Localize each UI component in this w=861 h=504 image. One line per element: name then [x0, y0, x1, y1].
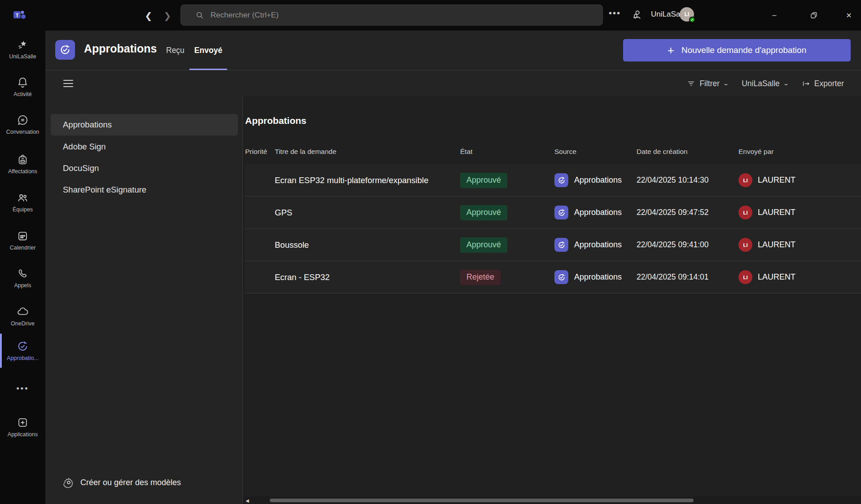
rail-label: Affectations	[0, 168, 45, 175]
rail-item-activity[interactable]: Activité	[0, 76, 45, 102]
filter-button[interactable]: Filtrer ⌄	[687, 79, 728, 88]
cell-sender: LI LAURENT	[738, 173, 861, 187]
rail-item-calls[interactable]: Appels	[0, 267, 45, 294]
cell-source: Approbations	[554, 238, 637, 252]
search-input[interactable]: Rechercher (Ctrl+E)	[180, 4, 603, 26]
status-badge: Approuvé	[460, 237, 507, 253]
status-badge: Rejetée	[460, 270, 501, 285]
person-bell-icon[interactable]	[631, 9, 643, 21]
col-titre[interactable]: Titre de la demande	[275, 148, 460, 156]
search-icon	[195, 11, 204, 20]
rail-label: Équipes	[0, 206, 45, 213]
tab-envoye[interactable]: Envoyé	[189, 31, 227, 70]
header-tabs: Reçu Envoyé	[161, 31, 227, 70]
cell-sender: LI LAURENT	[738, 238, 861, 252]
side-panel: Approbations Adobe Sign DocuSign SharePo…	[45, 96, 243, 504]
table-row[interactable]: Boussole Approuvé Approbations 22/04/202…	[245, 229, 861, 261]
rail-label: Activité	[0, 91, 45, 97]
panel-item-adobe-sign[interactable]: Adobe Sign	[51, 136, 238, 158]
approvals-source-icon	[554, 206, 568, 219]
nav-forward-button[interactable]: ❯	[160, 8, 175, 23]
sender-avatar: LI	[738, 238, 752, 252]
scroll-left-arrow-icon[interactable]: ◀	[246, 498, 249, 503]
avatar[interactable]: LI ✓	[680, 7, 694, 22]
cell-sender: LI LAURENT	[738, 206, 861, 219]
rail-item-more[interactable]: •••	[0, 384, 45, 410]
cell-source: Approbations	[554, 206, 637, 219]
export-button[interactable]: Exporter	[802, 79, 844, 88]
status-badge: Approuvé	[460, 205, 507, 220]
sender-name: LAURENT	[758, 240, 795, 250]
cell-request-title: GPS	[275, 208, 460, 218]
panel-item-approbations[interactable]: Approbations	[51, 114, 238, 136]
cloud-icon	[17, 306, 29, 318]
tab-recu[interactable]: Reçu	[161, 31, 189, 70]
horizontal-scrollbar[interactable]: ◀	[243, 497, 861, 504]
rail-item-chat[interactable]: Conversation	[0, 114, 45, 140]
window-close-button[interactable]: ✕	[839, 0, 859, 31]
sender-avatar: LI	[738, 206, 752, 219]
plus-icon: +	[668, 44, 674, 56]
rail-item-assignments[interactable]: Affectations	[0, 153, 45, 180]
cell-status: Approuvé	[460, 205, 554, 220]
rail-item-onedrive[interactable]: OneDrive	[0, 306, 45, 332]
col-source[interactable]: Source	[554, 148, 637, 156]
nav-back-button[interactable]: ❮	[141, 8, 156, 23]
app-header: Approbations Reçu Envoyé + Nouvelle dema…	[45, 31, 861, 70]
titlebar-more-button[interactable]: •••	[609, 8, 621, 18]
rail-label: Approbatio...	[0, 355, 45, 361]
new-approval-request-button[interactable]: + Nouvelle demande d'approbation	[623, 39, 851, 61]
manage-templates-label: Créer ou gérer des modèles	[80, 478, 181, 487]
window-restore-button[interactable]	[804, 0, 824, 31]
menu-toggle-button[interactable]	[63, 78, 76, 89]
presence-available-icon: ✓	[689, 17, 695, 23]
chevron-down-icon: ⌄	[723, 80, 729, 87]
manage-templates-button[interactable]: Créer ou gérer des modèles	[63, 477, 181, 488]
avatar-initials: LI	[685, 11, 690, 18]
cell-request-title: Ecran ESP32 multi-plateforme/expansible	[275, 175, 460, 185]
panel-item-docusign[interactable]: DocuSign	[51, 158, 238, 179]
approvals-source-icon	[554, 270, 568, 284]
approvals-icon	[17, 340, 29, 352]
rail-item-calendar[interactable]: Calendrier	[0, 230, 45, 256]
community-star-icon	[17, 39, 29, 51]
sender-avatar: LI	[738, 173, 752, 187]
sender-name: LAURENT	[758, 175, 795, 185]
cell-status: Approuvé	[460, 173, 554, 188]
table-row[interactable]: Ecran ESP32 multi-plateforme/expansible …	[245, 164, 861, 197]
col-etat[interactable]: État	[460, 148, 554, 156]
section-title: Approbations	[245, 115, 307, 126]
window-titlebar: T ❮ ❯ Rechercher (Ctrl+E) ••• UniLaSalle…	[0, 0, 861, 31]
cell-created-date: 22/04/2025 10:14:30	[637, 175, 738, 185]
scrollbar-thumb[interactable]	[270, 499, 694, 502]
phone-icon	[17, 267, 29, 280]
new-approval-request-label: Nouvelle demande d'approbation	[681, 45, 806, 55]
rail-item-approvals[interactable]: Approbatio...	[0, 340, 45, 366]
rail-item-unilasalle[interactable]: UniLaSalle	[0, 39, 45, 65]
col-priorite[interactable]: Priorité	[245, 148, 275, 156]
col-date[interactable]: Date de création	[637, 148, 738, 156]
teams-logo-icon: T	[13, 9, 26, 22]
rail-item-teams[interactable]: Équipes	[0, 192, 45, 218]
cell-source: Approbations	[554, 173, 637, 187]
panel-item-sharepoint-esignature[interactable]: SharePoint eSignature	[51, 179, 238, 201]
sender-avatar: LI	[738, 270, 752, 284]
filter-label: Filtrer	[699, 79, 720, 88]
more-horizontal-icon: •••	[17, 384, 29, 393]
table-row[interactable]: GPS Approuvé Approbations 22/04/2025 09:…	[245, 197, 861, 229]
rail-item-apps[interactable]: Applications	[0, 416, 45, 443]
table-row[interactable]: Ecran - ESP32 Rejetée Approbations 22/04…	[245, 261, 861, 294]
filter-icon	[687, 79, 695, 88]
window-minimize-button[interactable]: –	[764, 0, 785, 31]
rail-label: Applications	[0, 431, 45, 438]
cell-created-date: 22/04/2025 09:47:52	[637, 208, 738, 217]
rail-label: OneDrive	[0, 320, 45, 327]
account-filter-dropdown[interactable]: UniLaSalle ⌄	[742, 79, 788, 88]
status-badge: Approuvé	[460, 173, 507, 188]
cell-source: Approbations	[554, 270, 637, 284]
svg-text:T: T	[16, 13, 19, 18]
export-label: Exporter	[814, 79, 844, 88]
source-label: Approbations	[574, 208, 622, 217]
sender-name: LAURENT	[758, 208, 795, 217]
col-envoye-par[interactable]: Envoyé par	[738, 148, 861, 156]
